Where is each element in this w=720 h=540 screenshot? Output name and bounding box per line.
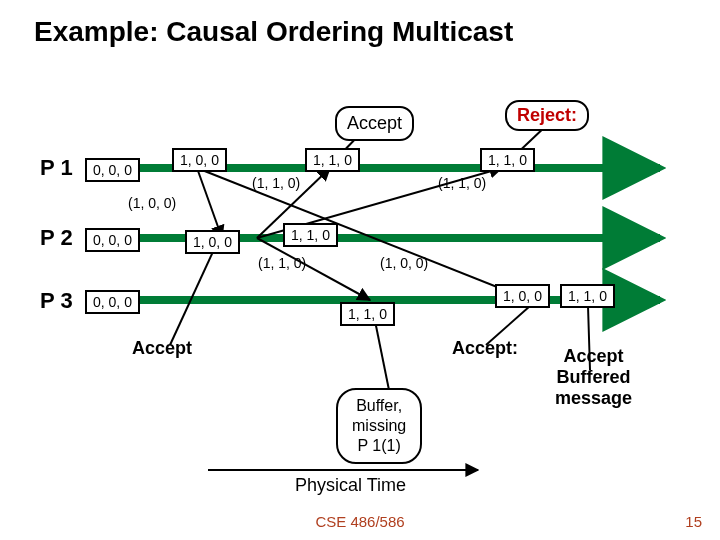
p3-recv2-vector-box: 1, 1, 0 <box>560 284 615 308</box>
svg-line-3 <box>197 168 222 238</box>
physical-time-label: Physical Time <box>295 475 406 496</box>
process-p3-label: P 3 <box>40 288 73 314</box>
p2-init-vector-box: 0, 0, 0 <box>85 228 140 252</box>
p1-msg1-label: (1, 1, 0) <box>252 175 300 191</box>
p1-send1-vector-box: 1, 0, 0 <box>172 148 227 172</box>
p1-msg2-label: (1, 1, 0) <box>438 175 486 191</box>
footer-text: CSE 486/586 <box>0 513 720 530</box>
p2-send1-vector-box: 1, 1, 0 <box>283 223 338 247</box>
p1-init-vector-box: 0, 0, 0 <box>85 158 140 182</box>
p2-msg1-label: (1, 0, 0) <box>128 195 176 211</box>
p3-init-vector-box: 0, 0, 0 <box>85 290 140 314</box>
p2-recv1-vector-box: 1, 0, 0 <box>185 230 240 254</box>
page-title: Example: Causal Ordering Multicast <box>34 16 513 48</box>
accept-balloon-top: Accept <box>335 106 414 141</box>
reject-balloon: Reject: <box>505 100 589 131</box>
buffer-balloon: Buffer, missing P 1(1) <box>336 388 422 464</box>
process-p1-label: P 1 <box>40 155 73 181</box>
p2-msg3-label: (1, 0, 0) <box>380 255 428 271</box>
p1-recv2-vector-box: 1, 1, 0 <box>480 148 535 172</box>
accept-buffered-label: Accept Buffered message <box>555 346 632 409</box>
p3-recv1-vector-box: 1, 0, 0 <box>495 284 550 308</box>
slide-number: 15 <box>685 513 702 530</box>
process-p2-label: P 2 <box>40 225 73 251</box>
p3-mid-vector-box: 1, 1, 0 <box>340 302 395 326</box>
p2-msg2-label: (1, 1, 0) <box>258 255 306 271</box>
p1-recv1-vector-box: 1, 1, 0 <box>305 148 360 172</box>
svg-line-11 <box>170 243 217 345</box>
accept-left-label: Accept <box>132 338 192 359</box>
accept-right-label: Accept: <box>452 338 518 359</box>
